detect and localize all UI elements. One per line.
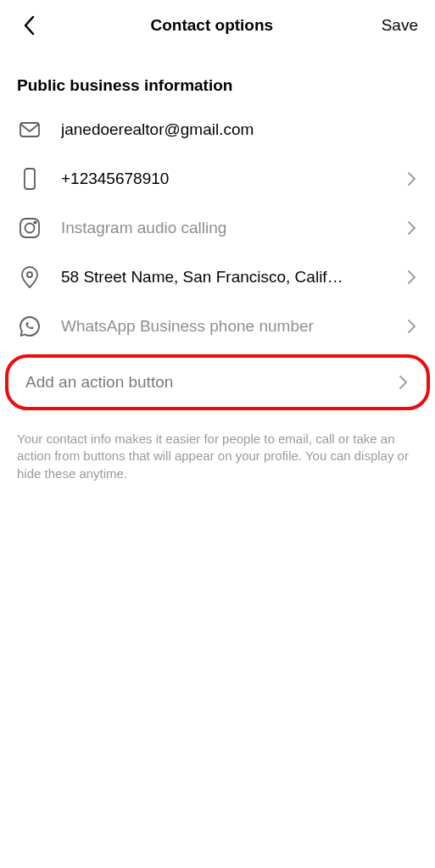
page-title: Contact options bbox=[42, 16, 382, 35]
chevron-right-icon bbox=[406, 220, 418, 236]
email-row[interactable]: janedoerealtor@gmail.com bbox=[0, 105, 435, 154]
phone-text: +12345678910 bbox=[61, 170, 398, 188]
address-text: 58 Street Name, San Francisco, Calif… bbox=[61, 268, 398, 287]
chevron-right-icon bbox=[406, 318, 418, 335]
svg-point-3 bbox=[25, 224, 35, 233]
svg-rect-0 bbox=[20, 123, 39, 136]
add-action-button-label: Add an action button bbox=[25, 373, 389, 392]
back-button[interactable] bbox=[17, 13, 42, 38]
chevron-right-icon bbox=[398, 374, 410, 391]
instagram-icon bbox=[17, 215, 42, 241]
add-action-button-row[interactable]: Add an action button bbox=[8, 358, 427, 407]
save-button[interactable]: Save bbox=[382, 16, 418, 35]
svg-point-4 bbox=[34, 221, 36, 223]
highlight-annotation: Add an action button bbox=[5, 354, 430, 410]
whatsapp-row[interactable]: WhatsApp Business phone number bbox=[0, 302, 435, 351]
email-icon bbox=[17, 117, 42, 142]
whatsapp-icon bbox=[17, 314, 42, 339]
header-bar: Contact options Save bbox=[0, 0, 435, 51]
address-row[interactable]: 58 Street Name, San Francisco, Calif… bbox=[0, 253, 435, 302]
chevron-right-icon bbox=[406, 269, 418, 286]
footer-info-text: Your contact info makes it easier for pe… bbox=[0, 410, 435, 482]
email-text: janedoerealtor@gmail.com bbox=[61, 120, 418, 139]
ig-calling-text: Instagram audio calling bbox=[61, 219, 398, 237]
chevron-right-icon bbox=[406, 170, 418, 187]
phone-row[interactable]: +12345678910 bbox=[0, 154, 435, 203]
section-heading: Public business information bbox=[0, 51, 435, 105]
svg-rect-1 bbox=[25, 169, 35, 189]
whatsapp-text: WhatsApp Business phone number bbox=[61, 317, 398, 336]
location-pin-icon bbox=[17, 264, 42, 290]
svg-point-5 bbox=[27, 272, 32, 277]
ig-calling-row[interactable]: Instagram audio calling bbox=[0, 203, 435, 253]
phone-icon bbox=[17, 166, 42, 192]
back-chevron-icon bbox=[23, 15, 36, 36]
